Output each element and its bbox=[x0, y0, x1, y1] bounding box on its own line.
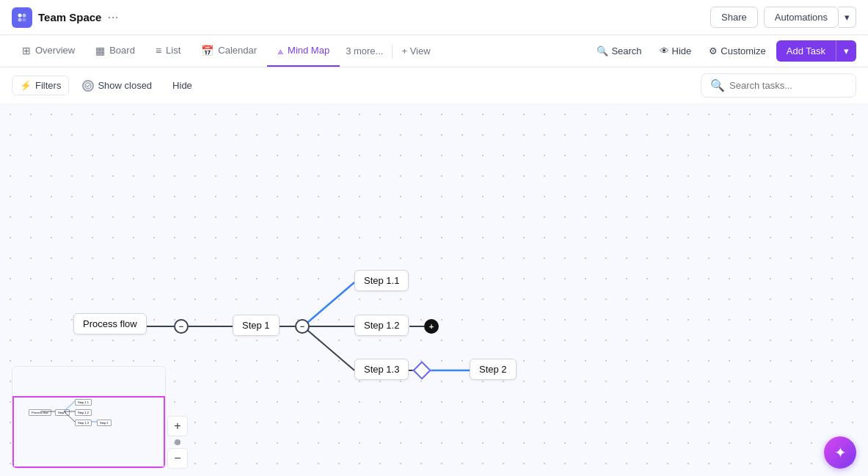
tabbar-right: 🔍 Search 👁 Hide ⚙ Customize Add Task ▾ bbox=[589, 40, 856, 62]
svg-line-10 bbox=[303, 326, 354, 370]
tab-mindmap-label: Mind Map bbox=[288, 45, 329, 56]
automations-label: Automations bbox=[775, 12, 828, 23]
filterbar: ⚡ Filters Show closed Hide 🔍 bbox=[0, 67, 868, 104]
header: Team Space ··· Share Automations ▾ bbox=[0, 0, 868, 35]
node-step1-3[interactable]: Step 1.3 bbox=[354, 359, 409, 380]
search-input[interactable] bbox=[729, 80, 847, 91]
board-icon: ▦ bbox=[95, 45, 105, 56]
connector-minus-2[interactable]: − bbox=[295, 319, 310, 334]
automations-button[interactable]: Automations bbox=[764, 7, 839, 28]
workspace-icon bbox=[12, 7, 32, 28]
tab-board[interactable]: ▦ Board bbox=[85, 35, 145, 67]
svg-point-2 bbox=[18, 18, 22, 21]
node-step1-2[interactable]: Step 1.2 bbox=[354, 315, 409, 336]
search-box-icon: 🔍 bbox=[710, 78, 725, 92]
search-box[interactable]: 🔍 bbox=[701, 73, 856, 98]
minimap-connections bbox=[12, 367, 165, 468]
share-button[interactable]: Share bbox=[710, 7, 758, 28]
header-left: Team Space ··· bbox=[12, 7, 118, 28]
node-step2-label: Step 2 bbox=[479, 364, 507, 375]
mindmap-canvas: Process flow − Step 1 − Step 1.1 Step 1.… bbox=[0, 104, 868, 476]
hide-action[interactable]: 👁 Hide bbox=[652, 42, 699, 60]
node-step1-1[interactable]: Step 1.1 bbox=[354, 270, 409, 291]
node-process-flow[interactable]: Process flow bbox=[73, 313, 147, 334]
add-view-button[interactable]: + View bbox=[395, 45, 436, 56]
workspace-name: Team Space bbox=[38, 11, 101, 23]
zoom-controls: + − bbox=[167, 416, 188, 469]
tab-mindmap[interactable]: ⟁ Mind Map bbox=[267, 35, 340, 67]
filters-button[interactable]: ⚡ Filters bbox=[12, 76, 69, 95]
connector-diamond[interactable] bbox=[412, 361, 431, 379]
tab-calendar[interactable]: 📅 Calendar bbox=[191, 35, 267, 67]
connector-plus[interactable]: + bbox=[424, 319, 439, 334]
zoom-slider[interactable] bbox=[175, 439, 180, 445]
svg-point-3 bbox=[23, 18, 26, 21]
svg-line-8 bbox=[303, 282, 354, 326]
svg-point-0 bbox=[18, 13, 22, 17]
tabbar: ⊞ Overview ▦ Board ≡ List 📅 Calendar ⟁ M… bbox=[0, 35, 868, 67]
minimap: Process flow Step 1 Step 1.1 Step 1.2 St… bbox=[12, 366, 166, 469]
minimap-content: Process flow Step 1 Step 1.1 Step 1.2 St… bbox=[12, 367, 165, 468]
fab-icon: ✦ bbox=[834, 444, 847, 461]
search-action[interactable]: 🔍 Search bbox=[589, 42, 649, 60]
tab-board-label: Board bbox=[109, 45, 135, 56]
fab-button[interactable]: ✦ bbox=[824, 436, 856, 469]
filterbar-left: ⚡ Filters Show closed Hide bbox=[12, 76, 200, 95]
hide-action-label: Hide bbox=[672, 45, 692, 56]
more-options-icon[interactable]: ··· bbox=[107, 10, 118, 25]
search-icon: 🔍 bbox=[597, 45, 608, 56]
node-step1-1-label: Step 1.1 bbox=[364, 275, 399, 286]
calendar-icon: 📅 bbox=[201, 45, 214, 56]
node-step1-3-label: Step 1.3 bbox=[364, 364, 399, 375]
node-step1-2-label: Step 1.2 bbox=[364, 320, 399, 331]
automations-group: Automations ▾ bbox=[764, 7, 856, 28]
list-icon: ≡ bbox=[156, 45, 161, 56]
zoom-in-button[interactable]: + bbox=[167, 416, 188, 436]
header-right: Share Automations ▾ bbox=[710, 7, 856, 28]
svg-point-1 bbox=[23, 13, 26, 17]
zoom-out-button[interactable]: − bbox=[167, 448, 188, 469]
node-step1[interactable]: Step 1 bbox=[233, 315, 280, 336]
node-step2[interactable]: Step 2 bbox=[470, 359, 517, 380]
mindmap-icon: ⟁ bbox=[277, 45, 283, 56]
connector-minus-1[interactable]: − bbox=[174, 319, 189, 334]
add-task-group: Add Task ▾ bbox=[776, 40, 856, 62]
tab-list[interactable]: ≡ List bbox=[145, 35, 191, 67]
tab-divider bbox=[392, 44, 393, 59]
customize-icon: ⚙ bbox=[709, 45, 718, 56]
hide-button[interactable]: Hide bbox=[165, 76, 200, 95]
hide-icon: 👁 bbox=[660, 45, 669, 56]
filters-label: Filters bbox=[35, 80, 61, 91]
tabs-more[interactable]: 3 more... bbox=[340, 45, 389, 56]
svg-line-17 bbox=[64, 411, 75, 422]
automations-chevron[interactable]: ▾ bbox=[839, 7, 856, 28]
customize-action[interactable]: ⚙ Customize bbox=[701, 42, 773, 60]
svg-line-15 bbox=[64, 401, 75, 411]
tab-overview-label: Overview bbox=[35, 45, 75, 56]
tab-list-label: List bbox=[166, 45, 180, 56]
node-process-flow-label: Process flow bbox=[83, 318, 137, 329]
filter-icon: ⚡ bbox=[20, 80, 32, 91]
check-circle-icon bbox=[82, 80, 94, 92]
tab-calendar-label: Calendar bbox=[218, 45, 257, 56]
node-step1-label: Step 1 bbox=[242, 320, 270, 331]
show-closed-label: Show closed bbox=[98, 80, 152, 91]
search-action-label: Search bbox=[611, 45, 641, 56]
tab-overview[interactable]: ⊞ Overview bbox=[12, 35, 85, 67]
customize-action-label: Customize bbox=[721, 45, 765, 56]
overview-icon: ⊞ bbox=[22, 45, 31, 56]
show-closed-button[interactable]: Show closed bbox=[75, 76, 159, 95]
add-task-arrow[interactable]: ▾ bbox=[836, 40, 856, 62]
add-task-button[interactable]: Add Task bbox=[776, 40, 836, 62]
